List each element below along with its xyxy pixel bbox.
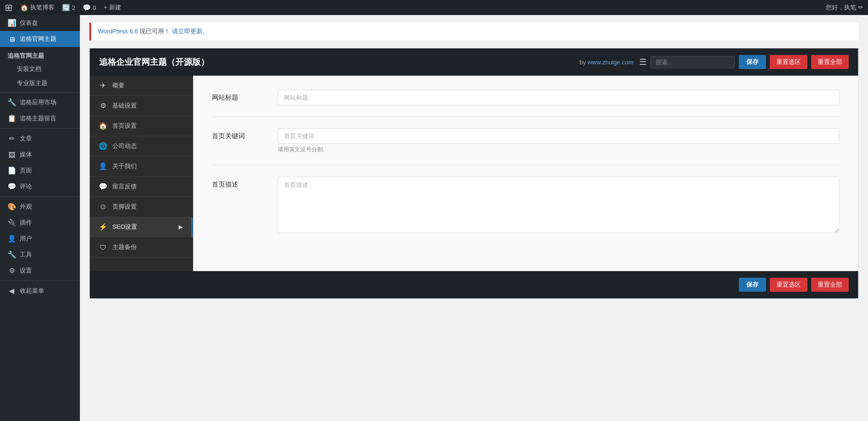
theme-content: 网站标题 首页关键词 请用英文逗号分割. bbox=[193, 76, 858, 271]
settings-icon: ⚙ bbox=[8, 266, 16, 275]
theme-nav-overview[interactable]: ✈ 概要 bbox=[90, 76, 193, 96]
media-icon: 🖼 bbox=[8, 151, 16, 159]
footer-reset-section-button[interactable]: 重置选区 bbox=[770, 278, 807, 292]
pages-icon: 📄 bbox=[8, 166, 16, 175]
edit-icon: ✏ bbox=[858, 4, 863, 11]
appearance-icon: 🎨 bbox=[8, 203, 16, 211]
website-title-field bbox=[278, 90, 839, 105]
company-icon: 🌐 bbox=[98, 142, 108, 150]
menu-icon[interactable]: ☰ bbox=[639, 57, 647, 67]
sidebar-item-comments[interactable]: 💬 评论 bbox=[0, 179, 80, 195]
site-name-link[interactable]: 🏠 执笔博客 bbox=[20, 3, 55, 12]
about-icon: 👤 bbox=[98, 162, 108, 171]
home-nav-icon: 🏠 bbox=[98, 122, 108, 130]
theme-search-input[interactable] bbox=[650, 56, 735, 69]
homepage-desc-field bbox=[278, 177, 839, 234]
sidebar-item-posts[interactable]: ✏ 文章 bbox=[0, 131, 80, 147]
sidebar-divider-3 bbox=[0, 196, 80, 197]
theme-nav-feedback[interactable]: 💬 留言反馈 bbox=[90, 177, 193, 197]
homepage-keywords-section: 首页关键词 请用英文逗号分割. bbox=[212, 128, 839, 165]
theme-nav-company[interactable]: 🌐 公司动态 bbox=[90, 136, 193, 156]
homepage-keywords-label: 首页关键词 bbox=[212, 128, 259, 140]
theme-nav-about[interactable]: 👤 关于我们 bbox=[90, 156, 193, 177]
theme-body: ✈ 概要 ⚙ 基础设置 🏠 首页设置 🌐 公司动态 bbox=[90, 76, 858, 271]
sidebar: 📊 仪表盘 🖥 追格官网主题 追格官网主题 安装文档 专业版主题 🔧 追格应用市… bbox=[0, 15, 80, 421]
app-market-icon: 🔧 bbox=[8, 98, 16, 107]
footer-reset-all-button[interactable]: 重置全部 bbox=[811, 278, 849, 292]
sidebar-item-theme-comments[interactable]: 📋 追格主题留言 bbox=[0, 110, 80, 126]
theme-nav-footer[interactable]: ⊙ 页脚设置 bbox=[90, 197, 193, 217]
updates-link[interactable]: 🔄 2 bbox=[62, 4, 75, 11]
author-link[interactable]: www.zhuige.com bbox=[587, 59, 633, 66]
footer-save-button[interactable]: 保存 bbox=[739, 278, 766, 292]
sidebar-item-pages[interactable]: 📄 页面 bbox=[0, 163, 80, 179]
header-reset-section-button[interactable]: 重置选区 bbox=[770, 55, 807, 69]
users-icon: 👤 bbox=[8, 234, 16, 243]
main-layout: 📊 仪表盘 🖥 追格官网主题 追格官网主题 安装文档 专业版主题 🔧 追格应用市… bbox=[0, 15, 868, 421]
keywords-hint: 请用英文逗号分割. bbox=[278, 146, 839, 154]
theme-by: by www.zhuige.com bbox=[579, 59, 633, 66]
theme-title: 追格企业官网主题（开源版） bbox=[99, 56, 574, 68]
comments-nav-icon: 💬 bbox=[8, 182, 16, 191]
plugins-icon: 🔌 bbox=[8, 218, 16, 227]
comments-link[interactable]: 💬 0 bbox=[83, 4, 96, 11]
user-greeting: 您好，执笔 ✏ bbox=[826, 3, 863, 12]
admin-bar: ⊞ 🏠 执笔博客 🔄 2 💬 0 + 新建 您好，执笔 ✏ bbox=[0, 0, 868, 15]
sidebar-item-collapse[interactable]: ◀ 收起菜单 bbox=[0, 283, 80, 299]
sidebar-item-tools[interactable]: 🔧 工具 bbox=[0, 247, 80, 263]
sidebar-item-dashboard[interactable]: 📊 仪表盘 bbox=[0, 15, 80, 31]
theme-header: 追格企业官网主题（开源版） by www.zhuige.com ☰ 保存 重置选… bbox=[90, 48, 858, 76]
basic-icon: ⚙ bbox=[98, 101, 108, 110]
tools-icon: 🔧 bbox=[8, 250, 16, 259]
dashboard-icon: 📊 bbox=[8, 19, 16, 27]
wp-version-link[interactable]: WordPress 6.6 bbox=[98, 28, 138, 35]
sidebar-item-media[interactable]: 🖼 媒体 bbox=[0, 147, 80, 163]
homepage-desc-textarea[interactable] bbox=[278, 177, 839, 233]
theme-icon: 🖥 bbox=[8, 35, 16, 43]
theme-nav-basic[interactable]: ⚙ 基础设置 bbox=[90, 96, 193, 116]
feedback-icon: 💬 bbox=[98, 182, 108, 191]
new-content-link[interactable]: + 新建 bbox=[103, 3, 121, 12]
sidebar-item-theme[interactable]: 🖥 追格官网主题 bbox=[0, 31, 80, 47]
sidebar-sub-pro-theme[interactable]: 专业版主题 bbox=[0, 76, 80, 90]
sidebar-item-users[interactable]: 👤 用户 bbox=[0, 231, 80, 247]
overview-icon: ✈ bbox=[98, 81, 108, 90]
wp-logo[interactable]: ⊞ bbox=[5, 2, 13, 13]
collapse-icon: ◀ bbox=[8, 287, 16, 295]
website-title-label: 网站标题 bbox=[212, 90, 259, 102]
sidebar-item-settings[interactable]: ⚙ 设置 bbox=[0, 263, 80, 279]
homepage-desc-label: 首页描述 bbox=[212, 177, 259, 189]
theme-footer: 保存 重置选区 重置全部 bbox=[90, 271, 858, 298]
theme-comments-icon: 📋 bbox=[8, 114, 16, 123]
homepage-desc-section: 首页描述 bbox=[212, 177, 839, 246]
sidebar-divider-4 bbox=[0, 281, 80, 281]
active-arrow: ▶ bbox=[179, 224, 183, 230]
homepage-keywords-input[interactable] bbox=[278, 128, 839, 144]
theme-nav: ✈ 概要 ⚙ 基础设置 🏠 首页设置 🌐 公司动态 bbox=[90, 76, 193, 271]
comments-icon: 💬 bbox=[83, 4, 91, 11]
sidebar-item-appearance[interactable]: 🎨 外观 bbox=[0, 199, 80, 215]
website-title-input[interactable] bbox=[278, 90, 839, 105]
sidebar-divider-1 bbox=[0, 92, 80, 93]
main-content: WordPress 6.6 现已可用！ 请立即更新。 追格企业官网主题（开源版）… bbox=[80, 15, 868, 421]
theme-nav-backup[interactable]: 🛡 主题备份 bbox=[90, 237, 193, 257]
update-now-link[interactable]: 请立即更新。 bbox=[172, 28, 209, 35]
sidebar-item-plugins[interactable]: 🔌 插件 bbox=[0, 215, 80, 231]
theme-header-actions: ☰ 保存 重置选区 重置全部 bbox=[639, 55, 849, 69]
header-save-button[interactable]: 保存 bbox=[739, 55, 766, 69]
updates-icon: 🔄 bbox=[62, 4, 70, 11]
website-title-section: 网站标题 bbox=[212, 90, 839, 117]
backup-icon: 🛡 bbox=[98, 243, 108, 251]
update-notice: WordPress 6.6 现已可用！ 请立即更新。 bbox=[89, 23, 859, 40]
footer-icon: ⊙ bbox=[98, 203, 108, 211]
theme-nav-seo[interactable]: ⚡ SEO设置 ▶ bbox=[90, 217, 193, 237]
sidebar-item-app-market[interactable]: 🔧 追格应用市场 bbox=[0, 94, 80, 110]
theme-nav-home[interactable]: 🏠 首页设置 bbox=[90, 116, 193, 136]
posts-icon: ✏ bbox=[8, 134, 16, 143]
sidebar-group-theme[interactable]: 追格官网主题 bbox=[0, 47, 80, 62]
theme-panel: 追格企业官网主题（开源版） by www.zhuige.com ☰ 保存 重置选… bbox=[89, 48, 859, 299]
home-icon: 🏠 bbox=[20, 4, 28, 11]
seo-icon: ⚡ bbox=[98, 223, 108, 231]
sidebar-sub-install-doc[interactable]: 安装文档 bbox=[0, 62, 80, 76]
header-reset-all-button[interactable]: 重置全部 bbox=[811, 55, 849, 69]
